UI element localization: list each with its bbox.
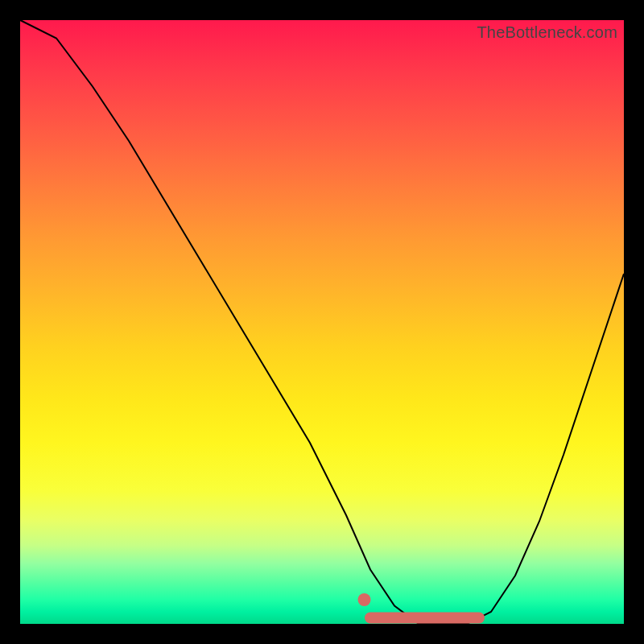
chart-plot-area: TheBottleneck.com bbox=[20, 20, 624, 624]
optimal-range-marker bbox=[358, 593, 371, 606]
chart-svg bbox=[20, 20, 624, 624]
bottleneck-curve-line bbox=[20, 20, 624, 624]
chart-frame: TheBottleneck.com bbox=[0, 0, 644, 644]
